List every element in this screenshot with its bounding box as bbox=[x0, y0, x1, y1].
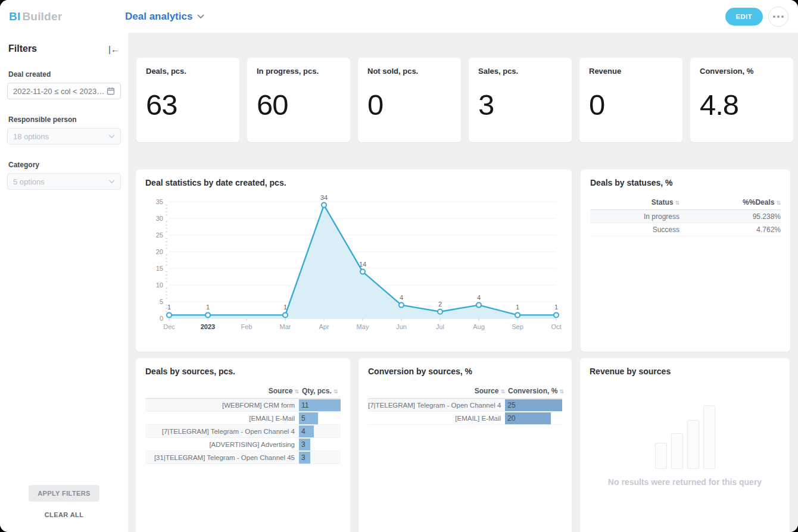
kpi-value: 4.8 bbox=[700, 88, 784, 121]
source-cell: [7|TELEGRAM] Telegram - Open Channel 4 bbox=[145, 428, 299, 435]
svg-text:1: 1 bbox=[516, 303, 519, 311]
kpi-card-deals: Deals, pcs. 63 bbox=[136, 58, 239, 142]
panel-title: Deal statistics by date created, pcs. bbox=[145, 178, 562, 187]
column-header-deals-percent[interactable]: %%Deals⇅ bbox=[679, 198, 781, 206]
statuses-table-body: In progress 95.238% Success 4.762% bbox=[590, 210, 781, 236]
deal-statistics-chart: 05101520253035Dec2023FebMarAprMayJunJulA… bbox=[145, 192, 562, 335]
deal-created-label: Deal created bbox=[8, 70, 120, 79]
percent-cell: 4.762% bbox=[679, 226, 781, 234]
bar-value: 5 bbox=[301, 414, 306, 423]
table-row: Success 4.762% bbox=[590, 223, 781, 236]
svg-text:4: 4 bbox=[477, 294, 481, 301]
percent-cell: 95.238% bbox=[679, 212, 781, 221]
svg-text:1: 1 bbox=[554, 303, 558, 311]
svg-text:Mar: Mar bbox=[280, 323, 291, 330]
chevron-down-icon bbox=[108, 180, 115, 184]
kpi-value: 0 bbox=[367, 88, 451, 121]
bar-cell: 5 bbox=[299, 412, 341, 424]
deal-created-date-value: 2022-11-20 ≤ col < 2023… bbox=[13, 87, 104, 96]
svg-text:1: 1 bbox=[283, 303, 287, 311]
dashboard-title-dropdown[interactable]: Deal analytics bbox=[125, 11, 204, 23]
kpi-card-in-progress: In progress, pcs. 60 bbox=[247, 58, 350, 142]
source-cell: [EMAIL] E-Mail bbox=[145, 415, 299, 422]
column-header-source[interactable]: Source⇅ bbox=[145, 387, 299, 395]
bar-cell: 4 bbox=[299, 425, 341, 437]
kpi-label: Deals, pcs. bbox=[146, 67, 230, 76]
category-select[interactable]: 5 options bbox=[7, 173, 121, 190]
svg-text:Oct: Oct bbox=[551, 323, 561, 330]
edit-button[interactable]: EDIT bbox=[725, 8, 763, 26]
table-header-row: Source⇅ Qty, pcs.⇅ bbox=[145, 383, 341, 399]
bar-cell: 25 bbox=[505, 399, 562, 411]
status-cell: Success bbox=[590, 226, 679, 234]
sort-icon: ⇅ bbox=[500, 389, 505, 395]
sort-icon: ⇅ bbox=[559, 389, 564, 395]
bottom-row: Deals by sources, pcs. Source⇅ Qty, pcs.… bbox=[136, 358, 790, 532]
svg-text:1: 1 bbox=[206, 303, 210, 311]
value-bar: 25 bbox=[505, 399, 562, 411]
sort-icon: ⇅ bbox=[675, 200, 679, 206]
empty-state-message: No results were returned for this query bbox=[608, 477, 762, 487]
ellipsis-icon bbox=[773, 15, 775, 18]
bar-value: 3 bbox=[301, 453, 306, 462]
column-header-conversion[interactable]: Conversion, %⇅ bbox=[505, 387, 562, 395]
panel-title: Conversion by sources, % bbox=[368, 367, 562, 376]
table-row: [31|TELEGRAM] Telegram - Open Channel 45… bbox=[145, 451, 341, 464]
value-bar: 3 bbox=[299, 439, 310, 450]
svg-text:Apr: Apr bbox=[319, 323, 329, 330]
svg-text:20: 20 bbox=[156, 248, 163, 255]
kpi-value: 60 bbox=[257, 88, 341, 121]
sort-icon: ⇅ bbox=[294, 389, 299, 395]
kpi-label: In progress, pcs. bbox=[257, 67, 341, 76]
responsible-person-select[interactable]: 18 options bbox=[7, 128, 121, 145]
deal-created-date-input[interactable]: 2022-11-20 ≤ col < 2023… bbox=[7, 83, 121, 99]
svg-text:35: 35 bbox=[156, 198, 163, 205]
table-row: [EMAIL] E-Mail 5 bbox=[145, 412, 341, 425]
column-header-qty[interactable]: Qty, pcs.⇅ bbox=[299, 387, 341, 395]
svg-text:0: 0 bbox=[160, 315, 163, 322]
panel-title: Deals by sources, pcs. bbox=[145, 367, 341, 376]
filters-title: Filters bbox=[8, 43, 37, 54]
filters-sidebar: Filters |← Deal created 2022-11-20 ≤ col… bbox=[0, 33, 128, 532]
empty-chart-icon bbox=[655, 403, 715, 469]
sort-icon: ⇅ bbox=[776, 200, 781, 206]
svg-text:15: 15 bbox=[156, 265, 163, 272]
bar-cell: 3 bbox=[299, 452, 341, 464]
source-cell: [WEBFORM] CRM form bbox=[145, 402, 299, 409]
table-row: In progress 95.238% bbox=[590, 210, 781, 223]
table-header-row: Status⇅ %%Deals⇅ bbox=[590, 195, 781, 210]
apply-filters-button[interactable]: APPLY FILTERS bbox=[29, 485, 99, 502]
svg-text:1: 1 bbox=[167, 303, 171, 311]
calendar-icon bbox=[107, 87, 115, 95]
svg-text:May: May bbox=[357, 323, 369, 330]
deal-statistics-panel: Deal statistics by date created, pcs. 05… bbox=[136, 170, 572, 352]
value-bar: 5 bbox=[299, 412, 318, 424]
svg-text:10: 10 bbox=[156, 281, 163, 289]
bar-value: 4 bbox=[301, 427, 306, 436]
responsible-person-placeholder: 18 options bbox=[13, 132, 49, 141]
middle-row: Deal statistics by date created, pcs. 05… bbox=[136, 170, 790, 352]
column-header-source[interactable]: Source⇅ bbox=[368, 387, 505, 395]
table-row: [WEBFORM] CRM form 11 bbox=[145, 399, 341, 412]
column-header-status[interactable]: Status⇅ bbox=[590, 198, 679, 206]
logo-bi: BI bbox=[9, 10, 20, 23]
kpi-label: Sales, pcs. bbox=[478, 67, 562, 76]
deals-by-sources-panel: Deals by sources, pcs. Source⇅ Qty, pcs.… bbox=[136, 358, 350, 532]
bar-value: 3 bbox=[301, 440, 306, 449]
bar-value: 11 bbox=[301, 401, 308, 409]
collapse-sidebar-icon[interactable]: |← bbox=[108, 44, 120, 54]
clear-all-button[interactable]: CLEAR ALL bbox=[41, 511, 88, 519]
topbar: BIBuilder Deal analytics EDIT bbox=[0, 0, 798, 33]
kpi-card-not-sold: Not sold, pcs. 0 bbox=[358, 58, 461, 142]
filters-header: Filters |← bbox=[0, 33, 128, 54]
conversion-by-sources-body: [7|TELEGRAM] Telegram - Open Channel 4 2… bbox=[368, 399, 562, 425]
source-cell: [EMAIL] E-Mail bbox=[368, 415, 505, 422]
empty-state: No results were returned for this query bbox=[590, 403, 780, 487]
svg-text:Aug: Aug bbox=[473, 323, 485, 330]
source-cell: [ADVERTISING] Advertising bbox=[145, 441, 299, 448]
page-title: Deal analytics bbox=[125, 11, 192, 23]
more-options-button[interactable] bbox=[768, 7, 788, 27]
table-row: [ADVERTISING] Advertising 3 bbox=[145, 438, 341, 451]
kpi-label: Not sold, pcs. bbox=[367, 67, 451, 76]
chevron-down-icon bbox=[108, 134, 115, 139]
